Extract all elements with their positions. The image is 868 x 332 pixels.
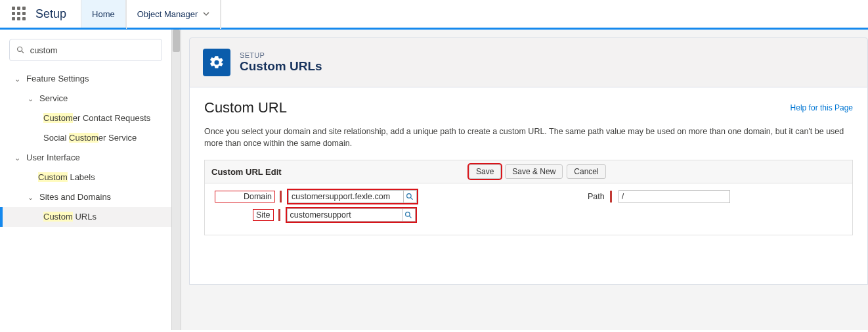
app-title: Setup [35,7,66,21]
chevron-down-icon: ⌄ [14,73,24,85]
tree-label: Social Customer Service [43,132,137,144]
site-label: Site [253,210,273,220]
section-description: Once you select your domain and site rel… [204,126,853,149]
site-input[interactable] [287,208,402,222]
svg-point-4 [405,212,410,216]
quick-find-search[interactable] [9,39,162,61]
tab-home-label: Home [92,9,115,19]
tree-item-customer-contact-requests[interactable]: Customer Contact Requests [0,108,171,128]
domain-field-row: Domain [215,190,417,203]
top-nav: Setup Home Object Manager [0,0,868,30]
edit-header-title: Custom URL Edit [211,167,282,177]
tree-label: Sites and Domains [39,191,111,203]
tree-item-custom-labels[interactable]: Custom Labels [0,168,171,187]
tree-node-user-interface[interactable]: ⌄ User Interface [0,148,171,168]
tree-node-feature-settings[interactable]: ⌄ Feature Settings [0,69,171,89]
tree-node-service[interactable]: ⌄ Service [0,89,171,108]
svg-point-2 [407,193,412,198]
required-indicator [278,209,280,221]
required-indicator [610,191,612,202]
tab-object-manager-label: Object Manager [137,9,198,19]
svg-line-3 [410,197,412,199]
chevron-down-icon [203,9,209,19]
path-field-row: Path [588,190,730,203]
tree-label: Customer Contact Requests [43,112,150,124]
path-input[interactable] [618,190,730,203]
help-link[interactable]: Help for this Page [791,103,853,112]
tree-item-social-customer-service[interactable]: Social Customer Service [0,128,171,148]
page-title: Custom URLs [240,59,322,74]
site-lookup-button[interactable] [402,208,416,222]
chevron-down-icon: ⌄ [14,152,24,164]
gear-icon [203,49,230,76]
domain-label: Domain [215,191,274,202]
svg-line-5 [409,216,411,218]
tab-home[interactable]: Home [81,0,126,28]
search-input[interactable] [30,45,155,55]
chevron-down-icon: ⌄ [28,191,37,203]
save-button[interactable]: Save [469,164,501,179]
setup-sidebar: ⌄ Feature Settings ⌄ Service Customer Co… [0,30,171,330]
section-title: Custom URL [204,99,853,116]
scrollbar-thumb[interactable] [173,30,180,52]
tree-label: Feature Settings [26,73,89,85]
search-icon [404,211,413,220]
domain-input[interactable] [288,190,404,203]
domain-lookup [288,190,417,203]
setup-tree: ⌄ Feature Settings ⌄ Service Customer Co… [0,69,171,227]
domain-lookup-button[interactable] [404,190,417,203]
required-indicator [280,191,282,202]
detail-panel: Help for this Page Custom URL Once you s… [189,87,868,285]
tree-label: Custom URLs [43,211,97,223]
tree-node-sites-domains[interactable]: ⌄ Sites and Domains [0,187,171,207]
main-content: SETUP Custom URLs Help for this Page Cus… [181,30,868,330]
tab-object-manager[interactable]: Object Manager [126,0,221,29]
page-header: SETUP Custom URLs [189,37,868,87]
sidebar-scrollbar[interactable] [171,30,181,330]
site-lookup [287,208,416,222]
app-launcher-icon[interactable] [12,7,26,21]
tree-label: Service [39,93,68,105]
tree-item-custom-urls-active[interactable]: Custom URLs [0,207,171,227]
path-label: Path [588,192,605,201]
chevron-down-icon: ⌄ [28,93,37,105]
page-eyebrow: SETUP [240,51,322,59]
svg-point-0 [18,47,22,51]
tree-label: Custom Labels [38,172,95,183]
svg-line-1 [22,51,24,53]
search-icon [16,45,25,55]
site-field-row: Site [215,208,417,222]
cancel-button[interactable]: Cancel [567,164,605,179]
search-icon [406,193,414,201]
tree-label: User Interface [26,152,80,164]
edit-form: Custom URL Edit Save Save & New Cancel D… [204,160,853,235]
save-and-new-button[interactable]: Save & New [505,164,563,179]
